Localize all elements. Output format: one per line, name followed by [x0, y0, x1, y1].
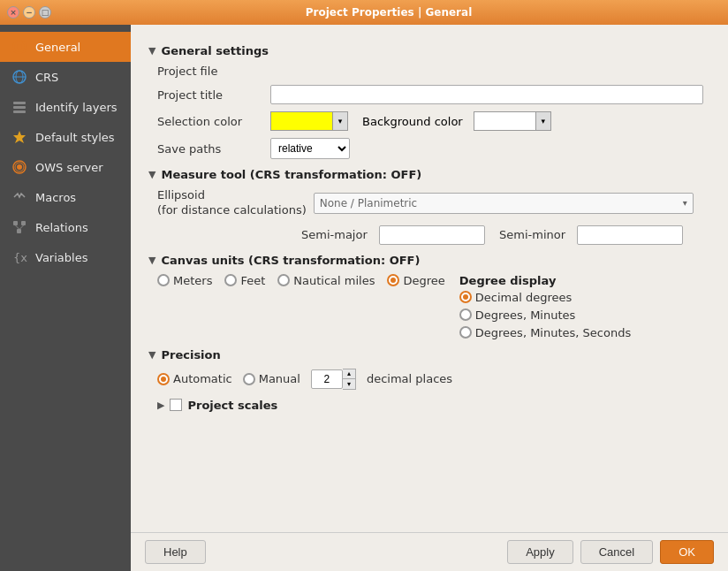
- ellipsoid-row: Ellipsoid(for distance calculations) Non…: [148, 188, 710, 218]
- radio-degrees-minutes[interactable]: Degrees, Minutes: [459, 308, 631, 322]
- spinbox-down-arrow[interactable]: ▾: [343, 379, 355, 389]
- sidebar-item-relations[interactable]: Relations: [0, 212, 131, 242]
- help-button[interactable]: Help: [145, 540, 206, 564]
- radio-degree-label: Degree: [403, 274, 444, 287]
- precision-title: Precision: [161, 348, 220, 362]
- project-title-row: Project title: [148, 85, 710, 104]
- sidebar-item-macros[interactable]: Macros: [0, 182, 131, 212]
- canvas-units-radios: Meters Feet Nautical miles Degree: [157, 274, 445, 287]
- degree-display-options: Decimal degrees Degrees, Minutes Degrees…: [459, 291, 631, 339]
- degree-display-title: Degree display: [459, 274, 631, 287]
- sidebar-item-default-styles[interactable]: Default styles: [0, 122, 131, 152]
- ellipsoid-value: None / Planimetric: [320, 197, 417, 209]
- canvas-units-title: Canvas units (CRS transformation: OFF): [161, 254, 420, 267]
- project-file-row: Project file: [148, 65, 710, 78]
- sidebar-item-variables-label: Variables: [35, 251, 87, 264]
- radio-nautical-miles-label: Nautical miles: [293, 274, 375, 287]
- sidebar-item-ows-server-label: OWS server: [35, 161, 103, 174]
- sidebar-item-variables[interactable]: {x} Variables: [0, 242, 131, 272]
- project-scales-row: ▶ Project scales: [148, 399, 710, 412]
- ok-button[interactable]: OK: [660, 540, 714, 564]
- sidebar-item-relations-label: Relations: [35, 221, 88, 234]
- radio-manual-label: Manual: [259, 372, 300, 385]
- sidebar: General CRS Identify layers Default styl…: [0, 25, 131, 571]
- radio-degree[interactable]: Degree: [387, 274, 444, 287]
- content-area: ▼ General settings Project file Project …: [131, 25, 728, 571]
- decimal-places-spinbox[interactable]: ▴ ▾: [311, 369, 356, 390]
- project-scales-label[interactable]: Project scales: [187, 399, 277, 412]
- project-file-label: Project file: [157, 65, 263, 78]
- selection-color-swatch: [270, 111, 332, 131]
- canvas-units-arrow[interactable]: ▼: [148, 255, 155, 266]
- precision-arrow[interactable]: ▼: [148, 349, 155, 361]
- maximize-button[interactable]: □: [39, 6, 51, 19]
- semi-major-input[interactable]: [379, 225, 485, 245]
- sidebar-item-identify-layers[interactable]: Identify layers: [0, 92, 131, 122]
- radio-automatic[interactable]: Automatic: [157, 372, 232, 385]
- ows-server-icon: [11, 158, 28, 176]
- macros-icon: [11, 188, 28, 206]
- ellipsoid-combo[interactable]: None / Planimetric ▾: [314, 193, 694, 214]
- sidebar-item-identify-layers-label: Identify layers: [35, 101, 118, 114]
- radio-feet[interactable]: Feet: [224, 274, 265, 287]
- project-title-input[interactable]: [270, 85, 703, 104]
- measure-tool-header: ▼ Measure tool (CRS transformation: OFF): [148, 168, 710, 181]
- spinbox-arrows[interactable]: ▴ ▾: [343, 369, 356, 390]
- svg-marker-8: [13, 131, 26, 143]
- background-color-label: Background color: [362, 115, 463, 128]
- measure-tool-arrow[interactable]: ▼: [148, 169, 155, 180]
- general-settings-header: ▼ General settings: [148, 44, 710, 57]
- background-color-swatch: [474, 111, 535, 131]
- action-buttons: Apply Cancel OK: [507, 540, 714, 564]
- selection-color-button[interactable]: ▾: [270, 111, 348, 131]
- project-scales-checkbox[interactable]: [170, 399, 182, 411]
- radio-decimal-degrees[interactable]: Decimal degrees: [459, 291, 631, 304]
- background-color-dropdown[interactable]: ▾: [535, 111, 551, 131]
- bottom-bar: Help Apply Cancel OK: [131, 532, 728, 571]
- radio-automatic-label: Automatic: [173, 372, 232, 385]
- canvas-units-header: ▼ Canvas units (CRS transformation: OFF): [148, 254, 710, 267]
- radio-degrees-minutes-seconds[interactable]: Degrees, Minutes, Seconds: [459, 326, 631, 339]
- spinbox-up-arrow[interactable]: ▴: [343, 369, 355, 379]
- radio-meters-circle: [157, 274, 170, 286]
- radio-meters[interactable]: Meters: [157, 274, 212, 287]
- sidebar-item-ows-server[interactable]: OWS server: [0, 152, 131, 182]
- semi-minor-input[interactable]: [577, 225, 683, 245]
- apply-button[interactable]: Apply: [507, 540, 573, 564]
- general-settings-arrow[interactable]: ▼: [148, 45, 155, 57]
- ellipsoid-label: Ellipsoid(for distance calculations): [157, 188, 307, 218]
- decimal-places-input[interactable]: [311, 369, 343, 389]
- sidebar-item-crs[interactable]: CRS: [0, 62, 131, 92]
- identify-layers-icon: [11, 98, 28, 116]
- save-paths-select[interactable]: relative absolute: [270, 138, 350, 159]
- sidebar-item-general[interactable]: General: [0, 32, 131, 62]
- background-color-button[interactable]: ▾: [474, 111, 551, 131]
- svg-rect-12: [13, 221, 18, 225]
- canvas-units-row: Meters Feet Nautical miles Degree: [148, 274, 710, 339]
- precision-header: ▼ Precision: [148, 348, 710, 362]
- radio-feet-label: Feet: [240, 274, 265, 287]
- window-controls[interactable]: × − □: [7, 6, 51, 19]
- sidebar-item-crs-label: CRS: [35, 71, 58, 84]
- close-button[interactable]: ×: [7, 6, 19, 19]
- cancel-button[interactable]: Cancel: [580, 540, 653, 564]
- crs-icon: [11, 68, 28, 86]
- titlebar: × − □ Project Properties | General: [0, 0, 728, 25]
- svg-rect-7: [13, 110, 26, 113]
- semi-major-label: Semi-major: [301, 228, 372, 241]
- general-settings-title: General settings: [161, 44, 268, 57]
- radio-manual[interactable]: Manual: [243, 372, 300, 385]
- sidebar-item-macros-label: Macros: [35, 191, 76, 204]
- radio-nautical-miles[interactable]: Nautical miles: [277, 274, 375, 287]
- project-scales-arrow[interactable]: ▶: [157, 400, 164, 411]
- svg-rect-6: [13, 106, 26, 109]
- minimize-button[interactable]: −: [23, 6, 35, 19]
- radio-degrees-minutes-seconds-label: Degrees, Minutes, Seconds: [475, 326, 631, 339]
- selection-color-label: Selection color: [157, 115, 263, 128]
- radio-automatic-circle: [157, 373, 170, 385]
- svg-text:{x}: {x}: [13, 251, 27, 264]
- measure-tool-title: Measure tool (CRS transformation: OFF): [161, 168, 421, 181]
- ellipsoid-dropdown-icon: ▾: [683, 198, 687, 208]
- selection-color-dropdown[interactable]: ▾: [332, 111, 348, 131]
- semi-row: Semi-major Semi-minor: [148, 225, 710, 245]
